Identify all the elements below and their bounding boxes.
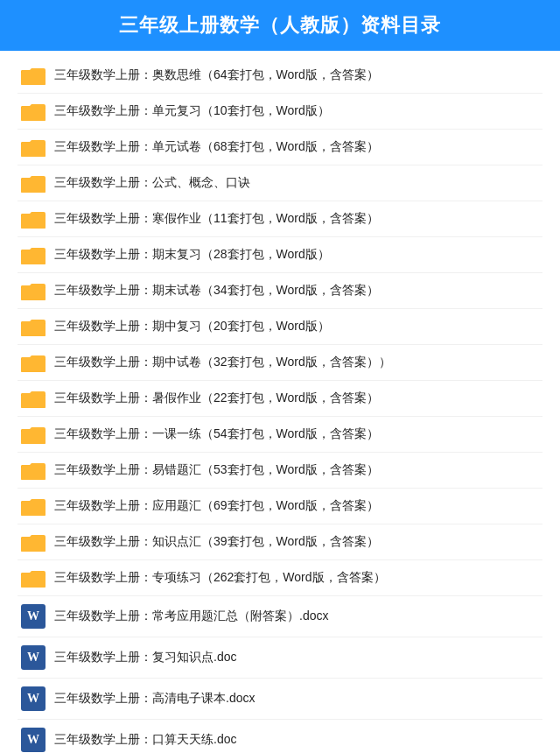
list-item[interactable]: 三年级数学上册：寒假作业（11套打包，Word版，含答案） (18, 201, 542, 237)
list-item[interactable]: 三年级数学上册：专项练习（262套打包，Word版，含答案） (18, 560, 542, 596)
list-item[interactable]: 三年级数学上册：期中复习（20套打包，Word版） (18, 309, 542, 345)
svg-rect-11 (21, 251, 46, 264)
word-file-icon: W (21, 728, 46, 752)
item-label: 三年级数学上册：高清电子课本.docx (54, 690, 255, 707)
list-item[interactable]: 三年级数学上册：单元复习（10套打包，Word版） (18, 94, 542, 130)
list-item[interactable]: W三年级数学上册：口算天天练.doc (18, 720, 542, 753)
svg-rect-23 (21, 467, 46, 480)
word-file-icon: W (21, 604, 46, 629)
content: 三年级数学上册：奥数思维（64套打包，Word版，含答案） 三年级数学上册：单元… (0, 51, 560, 753)
item-label: 三年级数学上册：专项练习（262套打包，Word版，含答案） (54, 569, 386, 587)
folder-icon (21, 281, 46, 300)
item-label: 三年级数学上册：单元试卷（68套打包，Word版，含答案） (54, 138, 379, 156)
item-label: 三年级数学上册：期中试卷（32套打包，Word版，含答案）） (54, 354, 391, 371)
list-item[interactable]: 三年级数学上册：易错题汇（53套打包，Word版，含答案） (18, 453, 542, 489)
folder-icon (21, 496, 46, 516)
item-label: 三年级数学上册：期中复习（20套打包，Word版） (54, 318, 330, 335)
item-label: 三年级数学上册：复习知识点.doc (54, 649, 236, 666)
svg-rect-15 (21, 323, 46, 336)
list-item[interactable]: 三年级数学上册：期中试卷（32套打包，Word版，含答案）） (18, 345, 542, 381)
word-file-icon: W (21, 686, 46, 711)
folder-icon (21, 389, 46, 408)
svg-rect-25 (21, 503, 46, 516)
folder-icon (21, 209, 46, 229)
list-item[interactable]: W三年级数学上册：复习知识点.doc (18, 637, 542, 679)
folder-icon (21, 568, 46, 588)
item-label: 三年级数学上册：常考应用题汇总（附答案）.docx (54, 608, 328, 625)
item-label: 三年级数学上册：易错题汇（53套打包，Word版，含答案） (54, 461, 379, 479)
word-file-icon: W (21, 645, 46, 670)
folder-icon (21, 137, 46, 157)
list-item[interactable]: W三年级数学上册：高清电子课本.docx (18, 679, 542, 720)
folder-icon (21, 102, 46, 121)
folder-icon (21, 532, 46, 552)
folder-icon (21, 173, 46, 193)
folder-icon (21, 461, 46, 480)
item-label: 三年级数学上册：奥数思维（64套打包，Word版，含答案） (54, 67, 379, 84)
svg-rect-27 (21, 538, 46, 552)
list-item[interactable]: 三年级数学上册：奥数思维（64套打包，Word版，含答案） (18, 58, 542, 94)
list-item[interactable]: 三年级数学上册：一课一练（54套打包，Word版，含答案） (18, 417, 542, 453)
svg-rect-1 (21, 72, 46, 85)
svg-rect-17 (21, 359, 46, 372)
svg-rect-13 (21, 287, 46, 300)
svg-rect-21 (21, 431, 46, 444)
item-label: 三年级数学上册：单元复习（10套打包，Word版） (54, 102, 330, 120)
list-item[interactable]: W三年级数学上册：常考应用题汇总（附答案）.docx (18, 596, 542, 637)
list-item[interactable]: 三年级数学上册：知识点汇（39套打包，Word版，含答案） (18, 524, 542, 560)
item-label: 三年级数学上册：期末试卷（34套打包，Word版，含答案） (54, 282, 379, 299)
list-item[interactable]: 三年级数学上册：应用题汇（69套打包，Word版，含答案） (18, 489, 542, 524)
item-label: 三年级数学上册：应用题汇（69套打包，Word版，含答案） (54, 497, 379, 515)
item-label: 三年级数学上册：口算天天练.doc (54, 731, 236, 749)
folder-icon (21, 425, 46, 444)
list-item[interactable]: 三年级数学上册：期末试卷（34套打包，Word版，含答案） (18, 273, 542, 309)
list-item[interactable]: 三年级数学上册：暑假作业（22套打包，Word版，含答案） (18, 381, 542, 417)
folder-icon (21, 317, 46, 336)
item-label: 三年级数学上册：期末复习（28套打包，Word版） (54, 246, 330, 264)
item-label: 三年级数学上册：暑假作业（22套打包，Word版，含答案） (54, 390, 379, 407)
list-item[interactable]: 三年级数学上册：单元试卷（68套打包，Word版，含答案） (18, 130, 542, 165)
folder-icon (21, 245, 46, 264)
svg-rect-5 (21, 144, 46, 157)
folder-icon (21, 353, 46, 372)
svg-rect-7 (21, 179, 46, 193)
item-label: 三年级数学上册：寒假作业（11套打包，Word版，含答案） (54, 210, 379, 228)
header: 三年级上册数学（人教版）资料目录 (0, 0, 560, 51)
folder-icon (21, 66, 46, 85)
item-label: 三年级数学上册：公式、概念、口诀 (54, 174, 250, 192)
header-title: 三年级上册数学（人教版）资料目录 (9, 12, 551, 39)
svg-rect-29 (21, 574, 46, 588)
list-item[interactable]: 三年级数学上册：公式、概念、口诀 (18, 165, 542, 201)
page-wrapper: 三年级上册数学（人教版）资料目录 三年级数学上册：奥数思维（64套打包，Word… (0, 0, 560, 753)
svg-rect-19 (21, 395, 46, 408)
item-label: 三年级数学上册：知识点汇（39套打包，Word版，含答案） (54, 533, 379, 551)
svg-rect-9 (21, 215, 46, 229)
svg-rect-3 (21, 108, 46, 121)
list-item[interactable]: 三年级数学上册：期末复习（28套打包，Word版） (18, 237, 542, 273)
item-label: 三年级数学上册：一课一练（54套打包，Word版，含答案） (54, 426, 379, 443)
